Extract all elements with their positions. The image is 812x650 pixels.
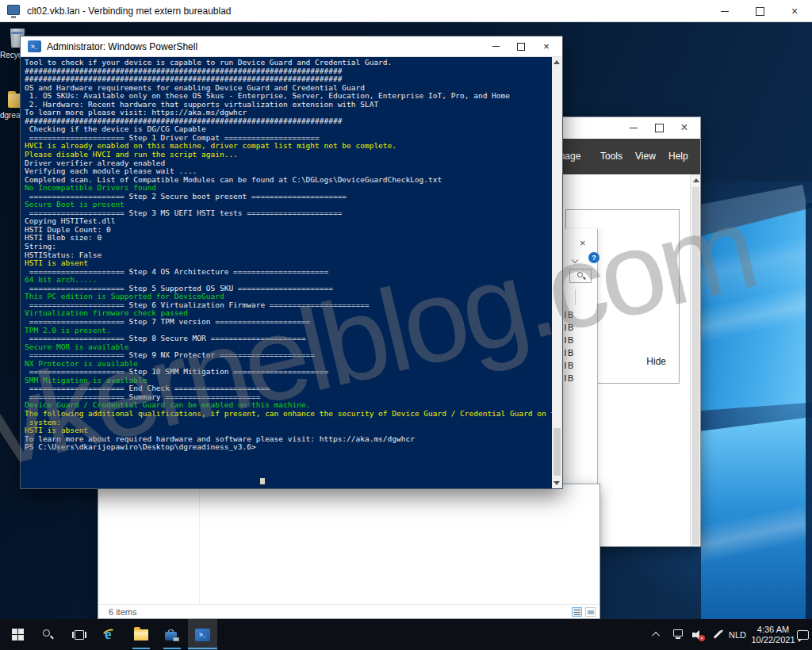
windows-logo-pane-top xyxy=(701,208,812,411)
console-line: HSTIStatus: False xyxy=(25,251,552,260)
scrollbar-thumb[interactable] xyxy=(553,428,561,476)
console-line: HSTI Duple Count: 0 xyxy=(25,226,552,235)
close-button[interactable]: × xyxy=(534,36,559,56)
scrollbar-thumb[interactable] xyxy=(692,187,699,545)
scroll-up-icon[interactable] xyxy=(693,178,699,182)
menu-item-view[interactable]: View xyxy=(635,151,656,162)
speaker-muted-icon: × xyxy=(692,629,705,640)
powershell-icon: >_ xyxy=(195,629,210,641)
divider xyxy=(575,289,576,305)
powershell-titlebar[interactable]: >_ Administrator: Windows PowerShell × xyxy=(21,36,562,57)
pen-icon xyxy=(714,630,722,639)
admin-tools-button[interactable] xyxy=(161,619,183,650)
console-line: Please disable HVCI and run the script a… xyxy=(25,151,552,159)
windows-logo-divider xyxy=(806,203,812,619)
hide-button[interactable]: Hide xyxy=(646,356,666,367)
internet-explorer-icon: e xyxy=(102,627,118,643)
minimize-button[interactable] xyxy=(483,36,508,56)
background-window[interactable]: × Manage Tools View Help Hide × ? xyxy=(553,117,701,547)
console-line: String: xyxy=(25,243,552,251)
minimize-button[interactable] xyxy=(707,0,742,22)
language-indicator[interactable]: NLD xyxy=(726,619,749,650)
taskbar-search-button[interactable] xyxy=(37,619,59,650)
status-bar: 6 items xyxy=(98,604,599,618)
column-divider xyxy=(199,484,200,604)
network-status-button[interactable] xyxy=(668,619,688,650)
close-button[interactable]: × xyxy=(672,117,697,138)
rdp-icon xyxy=(7,5,20,15)
rdp-connection-bar[interactable]: clt02.vkb.lan - Verbinding met extern bu… xyxy=(0,0,812,22)
details-view-icon[interactable] xyxy=(572,607,582,617)
background-window-titlebar[interactable]: × xyxy=(554,117,700,139)
file-size-value: B xyxy=(565,308,598,321)
remote-desktop-screen: Recycle Bin dgreadiness_v3.6 × Manage To… xyxy=(0,0,812,650)
internet-explorer-button[interactable]: e xyxy=(99,619,121,650)
powershell-window[interactable]: >_ Administrator: Windows PowerShell × T… xyxy=(20,36,563,489)
file-size-value: B xyxy=(565,372,598,384)
console-line: ===================== Step 8 Secure MOR … xyxy=(25,335,552,343)
text-cursor xyxy=(260,478,265,484)
console-line: ===================== Step 4 OS Architec… xyxy=(25,268,552,277)
windows-ink-button[interactable] xyxy=(709,619,726,650)
console-line: PS C:\Users\dkarijopawiro\Desktop\dgread… xyxy=(25,443,552,452)
console-line: HSTI Blob size: 0 xyxy=(25,234,552,243)
menu-bar: Manage Tools View Help xyxy=(554,139,700,174)
taskbar: e >_ × NLD 4:36 AM 10/22/20 xyxy=(0,619,812,650)
file-size-value: B xyxy=(565,359,598,372)
powershell-icon: >_ xyxy=(28,40,41,52)
network-icon xyxy=(672,629,684,640)
notification-icon xyxy=(797,630,809,640)
item-count: 6 items xyxy=(109,607,136,617)
maximize-button[interactable] xyxy=(508,36,534,56)
search-input[interactable] xyxy=(569,269,592,283)
close-button[interactable]: × xyxy=(777,0,812,22)
file-size-value: B xyxy=(565,334,598,346)
windows-logo-icon xyxy=(12,629,24,640)
tray-time: 4:36 AM xyxy=(757,625,789,635)
file-size-value: B xyxy=(565,346,598,359)
toolbox-icon xyxy=(165,629,179,641)
desktop[interactable]: Recycle Bin dgreadiness_v3.6 × Manage To… xyxy=(0,22,812,619)
console-output: Tool to check if your device is capable … xyxy=(21,57,552,488)
scrollbar[interactable] xyxy=(690,174,700,546)
tray-date: 10/22/2021 xyxy=(751,635,795,645)
console-line: ===================== Step 7 TPM version… xyxy=(25,318,552,327)
chevron-down-icon[interactable] xyxy=(572,257,578,263)
task-view-button[interactable] xyxy=(68,619,90,650)
rdp-title: clt02.vkb.lan - Verbinding met extern bu… xyxy=(27,6,232,17)
folder-icon xyxy=(134,629,148,640)
maximize-button[interactable] xyxy=(646,117,672,138)
file-size-value: B xyxy=(565,321,598,334)
menu-item-tools[interactable]: Tools xyxy=(600,151,622,162)
show-hidden-icons-button[interactable] xyxy=(649,619,665,650)
scroll-up-icon[interactable] xyxy=(553,60,560,64)
console-line: system: xyxy=(25,419,552,427)
close-icon[interactable]: × xyxy=(580,237,586,249)
search-icon xyxy=(42,629,55,641)
volume-button[interactable]: × xyxy=(689,619,708,650)
thumbnail-view-icon[interactable] xyxy=(585,607,596,617)
action-center-button[interactable] xyxy=(793,619,812,650)
search-icon xyxy=(577,272,583,277)
file-explorer-button[interactable] xyxy=(130,619,152,650)
window-title: Administrator: Windows PowerShell xyxy=(47,41,197,52)
scroll-down-icon[interactable] xyxy=(553,481,560,485)
console-line: The following additional qualifications,… xyxy=(25,410,552,419)
minimize-button[interactable] xyxy=(621,117,646,138)
console-line: Tool to check if your device is capable … xyxy=(25,59,552,67)
windows-logo-pane-bottom xyxy=(701,417,812,619)
menu-item-help[interactable]: Help xyxy=(668,151,688,162)
scrollbar[interactable] xyxy=(552,57,562,488)
powershell-taskbar-button[interactable]: >_ xyxy=(188,619,217,650)
clock[interactable]: 4:36 AM 10/22/2021 xyxy=(750,619,796,650)
start-button[interactable] xyxy=(6,619,29,650)
help-icon[interactable]: ? xyxy=(588,252,599,263)
task-view-icon xyxy=(72,629,86,640)
chevron-up-icon xyxy=(652,632,660,640)
file-size-list: BBBBBB xyxy=(565,308,598,384)
restore-button[interactable] xyxy=(742,0,777,22)
file-explorer-window[interactable]: 6 items xyxy=(98,484,600,619)
